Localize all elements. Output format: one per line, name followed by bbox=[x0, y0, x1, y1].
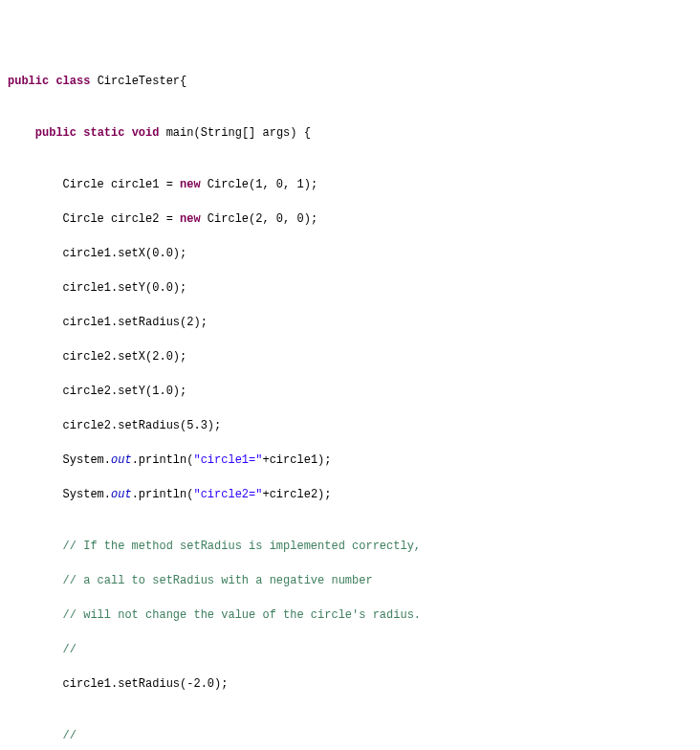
brace: { bbox=[180, 75, 186, 88]
stmt: circle1.setRadius(-2.0); bbox=[63, 677, 229, 691]
code-line: System.out.println("circle1="+circle1); bbox=[8, 452, 692, 469]
expr: +circle1); bbox=[262, 453, 331, 467]
sys: System. bbox=[63, 453, 111, 467]
code-line: circle1.setRadius(2); bbox=[8, 314, 692, 331]
code-line: Circle circle1 = new Circle(1, 0, 1); bbox=[8, 176, 692, 193]
code-line: circle2.setRadius(5.3); bbox=[8, 417, 692, 434]
string: "circle1=" bbox=[193, 453, 262, 467]
method: .println( bbox=[132, 453, 194, 467]
comment: // bbox=[63, 729, 77, 742]
out-field: out bbox=[111, 488, 132, 501]
ctor: Circle(2, 0, 0); bbox=[201, 212, 317, 226]
sys: System. bbox=[63, 488, 111, 501]
method: .println( bbox=[132, 488, 194, 501]
code-line: circle2.setX(2.0); bbox=[8, 348, 692, 365]
string: "circle2=" bbox=[193, 488, 262, 501]
keyword: new bbox=[180, 212, 201, 226]
code-line: public static void main(String[] args) { bbox=[8, 124, 692, 142]
var: circle1 = bbox=[111, 178, 180, 191]
class-name: CircleTester bbox=[98, 75, 180, 88]
code-line: public class CircleTester{ bbox=[8, 73, 692, 90]
code-line: circle1.setY(0.0); bbox=[8, 279, 692, 297]
code-line: System.out.println("circle2="+circle2); bbox=[8, 486, 692, 503]
code-line: // bbox=[8, 727, 692, 744]
type: Circle bbox=[63, 178, 111, 191]
code-line: // If the method setRadius is implemente… bbox=[8, 538, 692, 555]
code-line: // a call to setRadius with a negative n… bbox=[8, 572, 692, 589]
keyword: class bbox=[55, 75, 90, 88]
keyword: public bbox=[8, 75, 49, 88]
code-line: // will not change the value of the circ… bbox=[8, 607, 692, 624]
stmt: circle1.setRadius(2); bbox=[63, 316, 208, 329]
code-line: Circle circle2 = new Circle(2, 0, 0); bbox=[8, 210, 692, 228]
stmt: circle1.setX(0.0); bbox=[63, 247, 187, 260]
keyword: static bbox=[83, 126, 124, 140]
stmt: circle2.setY(1.0); bbox=[63, 385, 187, 398]
code-line: // bbox=[8, 641, 692, 658]
expr: +circle2); bbox=[262, 488, 331, 501]
keyword: public bbox=[35, 126, 77, 140]
keyword: new bbox=[180, 178, 201, 191]
stmt: circle2.setX(2.0); bbox=[63, 350, 187, 364]
type: Circle bbox=[63, 212, 111, 226]
comment: // If the method setRadius is implemente… bbox=[63, 540, 421, 553]
stmt: circle2.setRadius(5.3); bbox=[63, 419, 222, 432]
code-line: circle1.setRadius(-2.0); bbox=[8, 675, 692, 693]
var: circle2 = bbox=[111, 212, 180, 226]
method-name: main bbox=[166, 126, 194, 140]
out-field: out bbox=[111, 453, 132, 467]
comment: // a call to setRadius with a negative n… bbox=[63, 574, 373, 587]
comment: // bbox=[63, 643, 77, 656]
code-line: circle2.setY(1.0); bbox=[8, 383, 692, 400]
stmt: circle1.setY(0.0); bbox=[63, 281, 187, 295]
keyword: void bbox=[132, 126, 160, 140]
ctor: Circle(1, 0, 1); bbox=[201, 178, 317, 191]
params: (String[] args) { bbox=[193, 126, 310, 140]
comment: // will not change the value of the circ… bbox=[63, 608, 421, 622]
code-editor[interactable]: public class CircleTester{ public static… bbox=[8, 73, 692, 750]
code-line: circle1.setX(0.0); bbox=[8, 245, 692, 262]
